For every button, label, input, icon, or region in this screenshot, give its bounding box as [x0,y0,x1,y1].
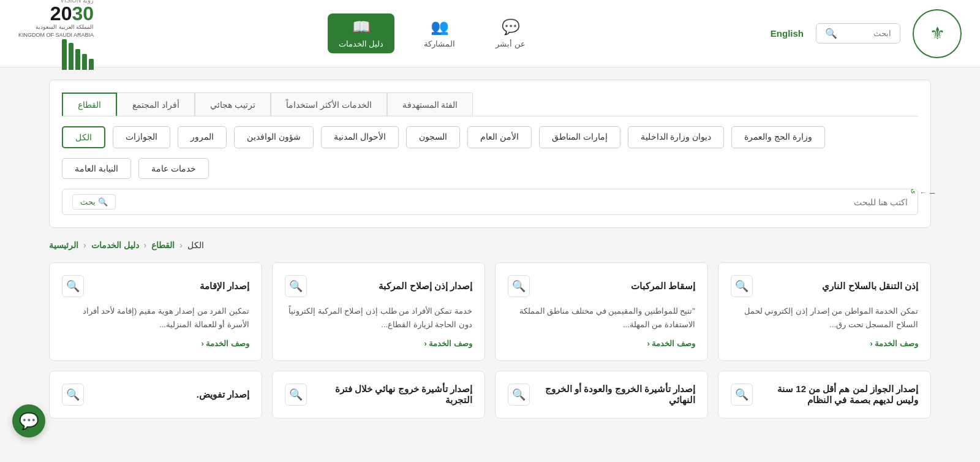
card5-title: إصدار الجواز لمن هم أقل من 12 سنة وليس ل… [753,384,918,406]
card4-icon: 🔍 [62,275,84,297]
card-exit-reentry: إصدار تأشيرة الخروج والعودة أو الخروج ال… [495,371,708,418]
card4-title: إصدار الإقامة [200,281,249,292]
tab-sort[interactable]: ترتيب هجائي [195,93,271,116]
tab-community[interactable]: أفراد المجتمع [117,93,195,116]
cat-security[interactable]: الأمن العام [467,126,532,148]
card3-link[interactable]: وصف الخدمة ‹ [285,339,472,348]
card-firearms-permit: إذن التنقل بالسلاح الناري 🔍 تمكن الخدمة … [718,262,931,361]
filter-section: الفئة المستهدفة الخدمات الأكثر استخداماً… [49,80,931,228]
card4-link[interactable]: وصف الخدمة ‹ [62,339,249,348]
card-residence: إصدار الإقامة 🔍 تمكين الفرد من إصدار هوي… [49,262,262,361]
nav-label-musharaka: المشاركة [424,39,455,48]
cat-passports[interactable]: الجوازات [113,126,170,148]
nav-item-daleel[interactable]: 📖 دليل الخدمات [328,13,395,53]
card-repair-permit: إصدار إذن إصلاح المركبة 🔍 خدمة تمكن الأف… [272,262,485,361]
cat-prison[interactable]: السجون [406,126,460,148]
cat-expatriates[interactable]: شؤون الوافدين [234,126,314,148]
card1-header: إذن التنقل بالسلاح الناري 🔍 [731,275,918,297]
card2-header: إسقاط المركبات 🔍 [508,275,695,297]
card8-title: إصدار تفويض. [197,389,249,400]
category-pills-row2: خدمات عامة النيابة العامة [62,158,918,179]
main-search-input[interactable] [116,197,908,207]
bar3 [75,49,80,70]
header-search-icon: 🔍 [825,28,837,39]
cat-civil[interactable]: الأحوال المدنية [321,126,399,148]
header-search-box[interactable]: 🔍 [816,23,900,44]
vision-bar-chart [18,39,94,70]
card1-icon: 🔍 [731,275,753,297]
search-btn-label: بحث [80,197,96,206]
card-vehicle-decommission: إسقاط المركبات 🔍 "تتيح للمواطنين والمقيم… [495,262,708,361]
card4-header: إصدار الإقامة 🔍 [62,275,249,297]
card2-link[interactable]: وصف الخدمة ‹ [508,339,695,348]
card5-icon: 🔍 [731,384,753,406]
card2-icon: 🔍 [508,275,530,297]
english-language-link[interactable]: English [771,28,804,39]
card6-header: إصدار تأشيرة الخروج والعودة أو الخروج ال… [508,384,695,406]
main-search-bar: 🔍 بحث [62,189,918,215]
card3-title: إصدار إذن إصلاح المركبة [379,281,472,292]
filter-tab-row: الفئة المستهدفة الخدمات الأكثر استخداماً… [62,93,918,116]
search-button[interactable]: 🔍 بحث [72,194,116,210]
breadcrumb-sep0: ‹ [83,240,86,250]
card-final-exit-trial: إصدار تأشيرة خروج نهائي خلال فترة التجرب… [272,371,485,418]
card2-title: إسقاط المركبات [631,281,695,292]
search-btn-icon: 🔍 [98,197,108,206]
cat-general[interactable]: خدمات عامة [138,158,209,179]
card6-title: إصدار تأشيرة الخروج والعودة أو الخروج ال… [530,384,695,406]
cat-interior[interactable]: ديوان وزارة الداخلية [628,126,725,148]
bar5 [62,39,67,70]
letter-arrow: ↓ [920,189,927,194]
cards-grid: إذن التنقل بالسلاح الناري 🔍 تمكن الخدمة … [49,262,931,418]
cat-regions[interactable]: إمارات المناطق [539,126,620,148]
card2-desc: "تتيح للمواطنين والمقيمين في مختلف مناطق… [508,305,695,331]
card3-header: إصدار إذن إصلاح المركبة 🔍 [285,275,472,297]
letter-alef: ا [929,189,937,194]
cat-hajj[interactable]: وزارة الحج والعمرة [731,126,825,148]
card5-header: إصدار الجواز لمن هم أقل من 12 سنة وليس ل… [731,384,918,406]
card8-icon: 🔍 [62,384,84,406]
cat-all[interactable]: الكل [62,126,105,148]
card7-icon: 🔍 [285,384,307,406]
tab-sector[interactable]: القطاع [62,93,117,116]
bar1 [89,59,94,70]
header-left: ⚜ 🔍 English [771,9,962,58]
musharaka-icon: 👥 [431,18,449,36]
breadcrumb-home[interactable]: الرئيسية [49,240,78,250]
card3-icon: 🔍 [285,275,307,297]
breadcrumb-services[interactable]: دليل الخدمات [91,240,139,250]
card3-desc: خدمة تمكن الأفراد من طلب إذن إصلاح المرك… [285,305,472,331]
breadcrumb-sep2: ‹ [179,240,183,250]
card-passport-under12: إصدار الجواز لمن هم أقل من 12 سنة وليس ل… [718,371,931,418]
breadcrumb-sector[interactable]: القطاع [151,240,175,250]
main-content: الفئة المستهدفة الخدمات الأكثر استخداماً… [0,67,980,431]
absher-icon: 💬 [502,18,520,36]
vision-text: رؤية VISION 2030 المملكة العربية السعودي… [18,0,94,39]
vision-2030-logo: رؤية VISION 2030 المملكة العربية السعودي… [18,0,94,70]
breadcrumb-sep1: ‹ [144,240,147,250]
card7-title: إصدار تأشيرة خروج نهائي خلال فترة التجرب… [307,384,472,406]
header-nav: 💬 عن أبشر 👥 المشاركة 📖 دليل الخدمات [328,13,537,53]
card1-link[interactable]: وصف الخدمة ‹ [731,339,918,348]
breadcrumb: الكل ‹ القطاع ‹ دليل الخدمات ‹ الرئيسية [49,240,931,250]
category-pills-row1: وزارة الحج والعمرة ديوان وزارة الداخلية … [62,126,918,148]
letter-ya: ى [911,189,919,194]
nav-label-daleel: دليل الخدمات [339,39,384,48]
tab-popular[interactable]: الخدمات الأكثر استخداماً [271,93,387,116]
card8-header: إصدار تفويض. 🔍 [62,384,249,406]
nav-item-musharaka[interactable]: 👥 المشاركة [413,13,466,53]
breadcrumb-current: الكل [187,240,204,250]
cat-prosecution[interactable]: النيابة العامة [62,158,131,179]
tab-category[interactable]: الفئة المستهدفة [387,93,473,116]
bar4 [69,43,74,70]
card1-desc: تمكن الخدمة المواطن من إصدار إذن إلكترون… [731,305,918,331]
nav-label-absher: عن أبشر [496,39,526,48]
card6-icon: 🔍 [508,384,530,406]
bar2 [82,54,87,70]
cat-traffic[interactable]: المرور [178,126,227,148]
card4-desc: تمكين الفرد من إصدار هوية مقيم (إقامة لأ… [62,305,249,331]
header: ⚜ 🔍 English 💬 عن أبشر 👥 المشاركة 📖 دليل … [0,0,980,67]
header-search-input[interactable] [842,29,891,38]
nav-item-absher[interactable]: 💬 عن أبشر [484,13,537,53]
vision-bars: رؤية VISION 2030 المملكة العربية السعودي… [18,0,94,70]
